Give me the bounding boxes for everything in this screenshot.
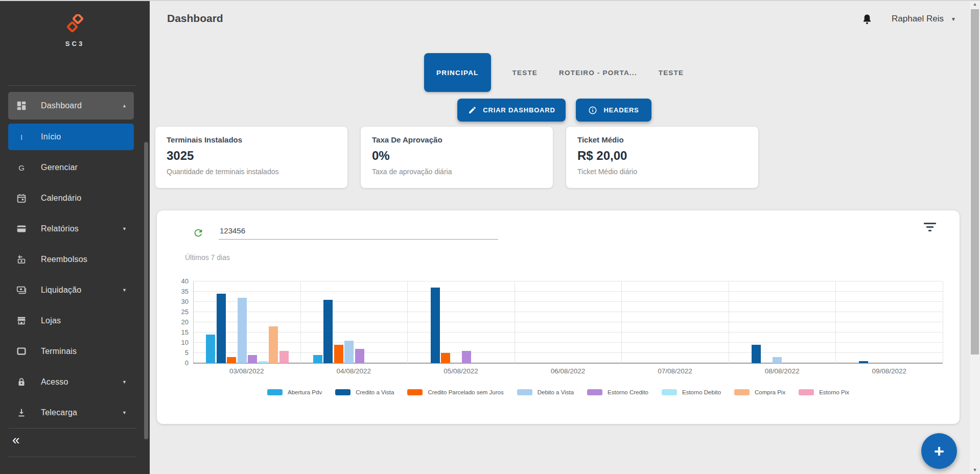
bar-abertura-pdv <box>206 335 215 363</box>
sidebar-collapse-button[interactable]: « <box>12 433 19 446</box>
sidebar-item-label: Calendário <box>41 194 81 203</box>
sidebar-item-label: Gerenciar <box>41 163 78 172</box>
sidebar-item-liquidacao[interactable]: Liquidação▼ <box>8 277 134 303</box>
headers-button[interactable]: HEADERS <box>576 99 651 122</box>
y-tick-label: 40 <box>171 277 189 285</box>
bar-credito-a-vista <box>323 300 333 363</box>
bar-slot <box>323 281 334 363</box>
bar-slot <box>312 281 323 363</box>
bar-slot <box>921 281 932 363</box>
sidebar-item-dashboard[interactable]: Dashboard▲ <box>8 92 134 120</box>
bar-estorno-credito <box>248 355 257 363</box>
scroll-down-arrow[interactable]: ▼ <box>970 466 980 474</box>
bar-slot <box>205 281 216 363</box>
bar-slot <box>216 281 226 363</box>
bar-slot <box>493 281 503 363</box>
sidebar-scrollbar-thumb[interactable] <box>144 142 148 439</box>
chevron-down-icon: ▼ <box>122 226 127 231</box>
user-name: Raphael Reis <box>892 14 944 24</box>
sidebar-item-telecarga[interactable]: Telecarga▼ <box>8 399 134 426</box>
sidebar-divider-bottom <box>8 457 136 457</box>
sidebar-item-inicio[interactable]: IInício <box>8 124 134 150</box>
scroll-up-arrow[interactable]: ▲ <box>970 0 980 8</box>
scrollbar-thumb[interactable] <box>971 9 979 354</box>
bar-slot <box>644 281 655 363</box>
bar-credito-a-vista <box>752 345 761 363</box>
bar-slot <box>751 281 762 363</box>
x-tick-label: 07/08/2022 <box>621 367 729 375</box>
sidebar-item-calendario[interactable]: Calendário <box>8 185 134 211</box>
stat-card-value: R$ 20,00 <box>577 149 747 163</box>
sidebar-menu: Dashboard▲IInícioGGerenciarCalendárioRel… <box>8 92 134 426</box>
dashboard-icon <box>15 100 28 112</box>
bar-slot <box>482 281 493 363</box>
bar-slot <box>793 281 804 363</box>
letter-I-icon: I <box>15 131 28 143</box>
brand-text: SC3 <box>0 40 150 48</box>
y-tick-label: 10 <box>171 339 189 346</box>
chevron-up-icon: ▲ <box>122 103 127 108</box>
bar-slot <box>430 281 440 363</box>
sidebar-item-reembolsos[interactable]: Reembolsos <box>8 246 134 273</box>
stat-card-value: 3025 <box>167 149 336 163</box>
tab-principal[interactable]: PRINCIPAL <box>424 53 491 92</box>
legend-item-estorno-pix[interactable]: Estorno Pix <box>799 389 849 395</box>
sidebar-item-lojas[interactable]: Lojas <box>8 307 134 334</box>
bar-group-07-08-2022 <box>622 281 729 363</box>
sidebar-item-label: Telecarga <box>41 408 77 417</box>
legend-item-estorno-debito[interactable]: Estorno Debito <box>662 389 721 395</box>
legend-item-compra-pix[interactable]: Compra Pix <box>734 389 785 395</box>
window-top-edge <box>0 0 980 1</box>
tab-teste[interactable]: TESTE <box>512 53 538 92</box>
bar-slot <box>268 281 279 363</box>
legend-item-credito-a-vista[interactable]: Credito a Vista <box>335 389 394 395</box>
x-tick-label: 03/08/2022 <box>193 367 300 375</box>
legend-label: Credito Parcelado sem Juros <box>428 389 503 395</box>
create-dashboard-button[interactable]: CRIAR DASHBOARD <box>457 99 566 122</box>
legend-item-estorno-credito[interactable]: Estorno Credito <box>587 389 648 395</box>
bar-slot <box>783 281 794 363</box>
sidebar-item-gerenciar[interactable]: GGerenciar <box>8 154 134 181</box>
legend-item-credito-parcelado-sem-juros[interactable]: Credito Parcelado sem Juros <box>407 389 503 395</box>
sidebar-item-relatorios[interactable]: Relatórios▼ <box>8 216 134 242</box>
y-tick-label: 25 <box>171 308 189 316</box>
plus-icon: + <box>934 442 944 460</box>
legend-label: Compra Pix <box>755 389 785 395</box>
bar-slot <box>696 281 707 363</box>
bar-slot <box>665 281 676 363</box>
user-menu[interactable]: Raphael Reis ▼ <box>892 14 956 24</box>
stat-card: Ticket MédioR$ 20,00Ticket Médio diário <box>566 127 758 188</box>
bar-slot <box>354 281 365 363</box>
bar-slot <box>814 281 825 363</box>
terminal-icon <box>15 345 28 358</box>
stat-cards-row: Terminais Instalados3025Quantidade de te… <box>155 127 758 188</box>
create-dashboard-label: CRIAR DASHBOARD <box>483 106 555 114</box>
sidebar-divider-top <box>8 85 136 86</box>
chevron-down-icon: ▼ <box>122 410 127 415</box>
stat-card-subtitle: Quantidade de terminais instalados <box>167 168 336 176</box>
bar-slot <box>558 281 569 363</box>
y-tick-label: 0 <box>171 359 189 367</box>
tab-roteiro-porta[interactable]: ROTEIRO - PORTA... <box>559 53 637 92</box>
legend-swatch <box>335 389 351 395</box>
bar-debito-a-vista <box>238 298 247 363</box>
sidebar-item-terminais[interactable]: Terminais <box>8 338 134 365</box>
sidebar-item-label: Reembolsos <box>41 255 87 264</box>
add-fab-button[interactable]: + <box>921 433 957 469</box>
reports-icon <box>15 223 28 235</box>
tab-teste[interactable]: TESTE <box>659 53 684 92</box>
bar-slot <box>900 281 911 363</box>
legend-label: Credito a Vista <box>356 389 394 395</box>
dashboard-filter-input[interactable] <box>219 224 498 240</box>
legend-item-debito-a-vista[interactable]: Debito a Vista <box>517 389 574 395</box>
bar-debito-a-vista <box>344 341 354 363</box>
notifications-bell-icon[interactable] <box>861 13 873 26</box>
filter-icon[interactable] <box>923 222 937 233</box>
bar-slot <box>911 281 921 363</box>
legend-item-abertura-pdv[interactable]: Abertura Pdv <box>267 389 322 395</box>
window-scrollbar: ▲ ▼ <box>970 0 980 474</box>
sidebar-item-label: Liquidação <box>41 286 81 295</box>
bar-credito-a-vista <box>431 288 440 363</box>
refresh-icon[interactable] <box>193 227 204 239</box>
sidebar-item-acesso[interactable]: Acesso▼ <box>8 369 134 395</box>
